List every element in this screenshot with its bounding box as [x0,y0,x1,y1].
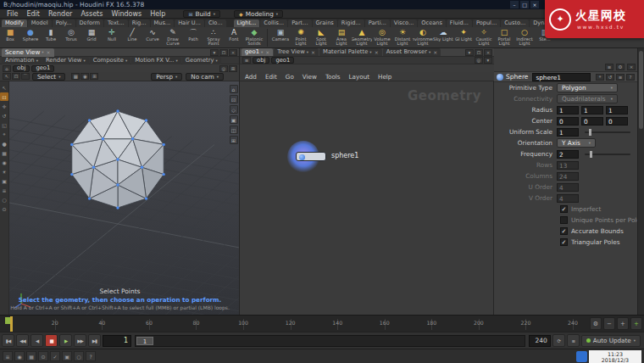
tab-scene-view[interactable]: Scene View ▾ × [2,48,54,57]
view-mode-icon[interactable]: ↖ [0,83,8,92]
pane-tab-motion-fx-v[interactable]: Motion FX V...▾ [131,57,180,64]
units-icon[interactable]: ○ [74,351,84,361]
draw-curve-tool[interactable]: ✎Draw Curve [163,27,183,48]
scrollbar-thumb[interactable] [639,51,643,129]
frame-all-icon[interactable]: ⊡ [230,95,238,103]
shelf-set-selector[interactable]: ◆ Modeling ▾ [234,10,283,18]
camera-lock-icon[interactable]: ▣ [0,176,8,185]
gi-light-tool[interactable]: ✦GI Light [453,27,474,48]
geometry-light-tool[interactable]: ▲Geometry Light [352,27,372,48]
select-mode-dropdown[interactable]: Select ▾ [32,73,65,81]
shelf-tab-hair-u[interactable]: Hair U... [175,20,204,27]
status-help-icon[interactable]: ? [86,351,96,361]
shelf-tab-grains[interactable]: Grains [313,20,337,27]
param-pin-icon[interactable]: ⌖ [596,74,604,81]
param-field-uniform-scale[interactable]: 1 [557,128,579,137]
select-mode-icon[interactable]: ⊡ [0,92,8,101]
shelf-tab-light[interactable]: Light... [234,20,260,27]
pin-network-icon[interactable]: ◎ [475,57,483,64]
shelf-tab-fluid[interactable]: Fluid... [447,20,472,27]
lights-toggle-icon[interactable]: ☀ [0,167,8,176]
volume-light-tool[interactable]: ◎Volume Light [372,27,392,48]
checkbox-unique-points-per-pole[interactable] [560,216,568,224]
param-field-center-1[interactable]: 0 [581,117,603,126]
param-field-center-0[interactable]: 0 [557,117,579,126]
param-menu-primitive-type[interactable]: Polygon▾ [557,83,618,92]
pane-tab-animation[interactable]: Animation▾ [2,57,42,64]
point-light-tool[interactable]: ✺Point Light [291,27,311,48]
camera-select-dropdown[interactable]: No cam ▾ [186,73,224,81]
path-chip-geo1[interactable]: geo1 [271,57,294,64]
pane-tab-geo1[interactable]: geo1▾× [242,48,273,56]
network-menu-view[interactable]: View [299,73,320,81]
translate-handle-icon[interactable]: ✛ [0,102,8,110]
param-help-icon[interactable]: ? [626,74,635,81]
shelf-tab-modify[interactable]: Modify [2,20,27,27]
shelf-tab-deform[interactable]: Deform [76,20,104,27]
timeline[interactable]: 20406080100120140160180200220240 ⚙−++ [0,315,644,332]
curve-tool[interactable]: ∿Curve [142,27,163,48]
param-field-radius-1[interactable]: 1 [581,106,603,114]
distant-light-tool[interactable]: ☀Distant Light [392,27,413,48]
param-field-rows[interactable]: 13 [557,161,579,170]
lasso-select-icon[interactable]: ⌒ [21,73,30,80]
shelf-tab-collis[interactable]: Collis... [260,20,287,27]
memory-usage-icon[interactable]: ▦ [26,351,36,361]
close-tab-icon[interactable]: × [47,48,51,56]
minimize-button[interactable]: – [510,1,519,8]
current-frame-marker[interactable] [10,316,13,332]
shelf-tab-clo[interactable]: Clo... [205,20,226,27]
node-sphere1[interactable] [296,152,326,161]
sphere-tool[interactable]: ●Sphere [20,27,41,48]
camera-tool[interactable]: ▣Camera [270,27,291,48]
slider-thumb[interactable] [589,129,591,136]
display-shaded-icon[interactable]: ◉ [0,158,8,166]
update-mode-dropdown[interactable]: Auto Update ▾ [581,335,641,347]
menu-render[interactable]: Render [44,10,76,18]
jump-end-button[interactable]: ▶▮ [88,334,101,347]
rotate-handle-icon[interactable]: ↺ [0,111,8,120]
network-menu-add[interactable]: Add [242,73,260,81]
home-view-icon[interactable]: ⌂ [230,85,238,93]
menu-help[interactable]: Help [146,10,169,18]
pane-tab-asset-browser[interactable]: Asset Browser▾× [383,48,441,56]
snap-points-icon[interactable]: ○ [0,195,8,204]
pane-tab-composite[interactable]: Composite▾ [90,57,131,64]
param-filter-icon[interactable]: ≡ [605,64,613,70]
pane-layout-icon[interactable]: ⊞ [90,73,98,80]
param-slider-frequency[interactable] [585,154,630,155]
shelf-tab-custo[interactable]: Custo... [501,20,529,27]
param-field-u-order[interactable]: 4 [557,183,579,192]
play-reverse-button[interactable]: ◀◀ [16,334,29,347]
taskbar-ime-icon[interactable] [576,351,587,362]
snap-mode-icon[interactable]: ▦ [71,73,80,80]
param-slider-uniform-scale[interactable] [585,131,630,133]
parameters-scrollbar[interactable] [637,48,644,315]
param-field-center-2[interactable]: 0 [606,117,628,126]
zoom-in-timeline-icon[interactable]: + [617,317,629,330]
current-frame-field[interactable]: 1 [103,335,131,347]
shelf-tab-mus[interactable]: Mus... [151,20,175,27]
menu-file[interactable]: File [3,10,22,18]
checkbox-triangular-poles[interactable]: ✓ [560,238,568,246]
pane-menu-icon[interactable]: ▾ [210,49,219,56]
shelf-tab-poly[interactable]: Poly... [53,20,75,27]
shelf-tab-rigid[interactable]: Rigid... [338,20,364,27]
loop-mode-icon[interactable]: ⟳ [552,334,565,347]
prev-frame-button[interactable]: ◀ [31,334,43,347]
path-tool[interactable]: ⌒Path [183,27,203,48]
shelf-tab-visco[interactable]: Visco... [391,20,417,27]
menu-windows[interactable]: Windows [107,10,146,18]
path-chip-geo1[interactable]: geo1 [31,65,54,72]
shelf-tab-part[interactable]: Part... [288,20,311,27]
indirect-light-tool[interactable]: ○Indirect Light [514,27,535,48]
zoom-out-timeline-icon[interactable]: − [603,317,615,330]
shelf-tab-oceans[interactable]: Oceans [418,20,446,27]
end-frame-field[interactable]: 240 [529,335,551,347]
close-tab-icon[interactable]: × [265,48,269,56]
param-close-icon[interactable]: × [627,64,636,70]
maximize-button[interactable]: □ [520,1,529,8]
portal-light-tool[interactable]: □Portal Light [494,27,514,48]
stop-button[interactable]: ■ [45,334,58,347]
pane-menu-icon[interactable]: ▾ [465,49,474,56]
